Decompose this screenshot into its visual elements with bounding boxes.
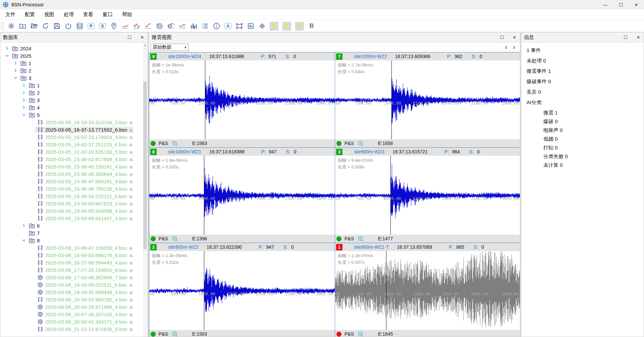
tree-file-item[interactable]: 2025-03-08_19-16-32.899449_4.bsna [0, 288, 148, 296]
chevron-right-icon[interactable] [21, 105, 26, 110]
toolbar-drag-handle[interactable] [1, 22, 3, 31]
menu-item-2[interactable]: 视图 [40, 9, 59, 20]
tree-file-item[interactable]: 2025-03-08_16-27-50.554443_4.bsna [0, 259, 148, 266]
wave-chart-1-button[interactable] [119, 21, 131, 31]
tree-folder-2[interactable]: 2 [0, 89, 148, 96]
waveform-plot[interactable]: 振幅 = 2.3e-07m/s 长度 = 0.507s 00500.001000… [335, 251, 520, 330]
info-close-button[interactable]: ✕ [636, 35, 641, 40]
folder-open-button[interactable] [28, 21, 40, 31]
database-button[interactable] [74, 21, 85, 31]
info-maximize-button[interactable]: ☐ [623, 35, 628, 40]
tree-folder-7[interactable]: 7 [0, 229, 148, 237]
tree-file-item[interactable]: 2025-03-05_18-42-37.251125_4.bsna [0, 141, 148, 148]
axis-toggle-y[interactable]: Y [282, 22, 291, 31]
wave-detect-button[interactable] [165, 21, 176, 31]
tree-file-item[interactable]: 2025-03-05_23-38-47.563281_4.bsna [0, 178, 148, 185]
tree-folder-3[interactable]: 3 [0, 74, 148, 82]
waveform-plot[interactable]: 振幅 = 1e-06m/s 长度 = 0.523s 00500.001000.0… [149, 60, 335, 139]
tree-folder-2025[interactable]: 2025 [0, 52, 148, 59]
crosshair-button[interactable] [256, 21, 268, 31]
waveform-plot[interactable]: 振幅 = 9.4e-07m/s 长度 = 0.508s 00500.001000… [335, 156, 520, 235]
refresh-button[interactable] [40, 21, 51, 31]
database-close-button[interactable]: ✕ [140, 35, 145, 40]
chevron-right-icon[interactable] [13, 68, 18, 73]
settings-button[interactable] [5, 21, 17, 31]
chevron-right-icon[interactable] [21, 97, 26, 103]
menu-item-6[interactable]: 帮助 [117, 9, 137, 20]
histogram-button[interactable] [188, 21, 199, 31]
waveform-plot[interactable]: 振幅 = 1.8e-06m/s 长度 = 0.500s 00500.001000… [149, 156, 335, 235]
info-button[interactable] [211, 21, 222, 31]
tree-scrollbar-thumb[interactable] [143, 82, 147, 249]
prev-event-button[interactable]: ‹ [505, 44, 507, 51]
tree-folder-1[interactable]: 1 [0, 82, 148, 89]
power-button[interactable] [62, 21, 74, 31]
tree-file-item[interactable]: 2025-03-05_16-16-33.313156_5.bsna [0, 118, 148, 126]
zoom-in-icon[interactable] [358, 140, 364, 147]
text-annotation-button[interactable]: A [222, 21, 233, 31]
chevron-down-icon[interactable] [13, 75, 18, 81]
s-phase-button[interactable]: S [97, 21, 108, 31]
tree-file-item[interactable]: 2025-03-08_20-50-42.343171_4.bsna [0, 318, 148, 325]
trigger-target-button[interactable] [154, 21, 165, 31]
tree-file-item[interactable]: 2025-03-08_20-43-25.971485_4.bsna [0, 303, 148, 310]
tree-file-item[interactable]: 2025-03-05_22-32-20.635150_5.bsna [0, 148, 148, 155]
tree-folder-8[interactable]: 8 [0, 237, 148, 244]
tree-file-item[interactable]: 2025-03-08_14-58-03.686176_6.bsna [0, 251, 148, 259]
view-maximize-button[interactable]: ☐ [499, 35, 504, 40]
tree-file-item[interactable]: 2025-03-08_17-27-25.154910_6.bsna [0, 266, 148, 274]
tree-file-item[interactable]: 2025-03-08_20-47-49.207103_4.bsna [0, 310, 148, 318]
data-type-select[interactable]: 原始数据 ▼ [151, 44, 189, 51]
tree-folder-5[interactable]: 5 [0, 111, 148, 118]
tree-file-item[interactable]: 2025-03-08_10-49-47.116058_4.bsna [0, 244, 148, 251]
tree-folder-1[interactable]: 1 [0, 59, 148, 67]
tree-folder-6[interactable]: 6 [0, 222, 148, 229]
menu-item-5[interactable]: 窗口 [98, 9, 117, 20]
menu-item-3[interactable]: 处理 [59, 9, 78, 20]
tree-file-item[interactable]: 2025-03-05_23-38-45.150241_4.bsna [0, 163, 148, 170]
waveform-plot[interactable]: 振幅 = 1.3e-06m/s 长度 = 0.510s 00500.001000… [149, 251, 335, 330]
tree-file-item[interactable]: 2025-03-05_23-38-42.617808_4.bsna [0, 155, 148, 163]
tree-file-item[interactable]: 2025-03-08_18-16-05.022511_6.bsna [0, 281, 148, 288]
menu-item-0[interactable]: 文件 [1, 9, 20, 20]
tree-file-item[interactable]: 2025-03-05_16-52-23.179923_4.bsna [0, 133, 148, 141]
axis-toggle-x[interactable]: X [270, 22, 278, 31]
next-event-button[interactable]: › [513, 44, 515, 51]
chevron-down-icon[interactable] [4, 53, 10, 58]
tree-file-item[interactable]: 2025-03-05_23-38-48.795230_4.bsna [0, 185, 148, 192]
p-phase-button[interactable]: P [85, 21, 97, 31]
view-close-button[interactable]: ✕ [512, 35, 517, 40]
zoom-in-icon[interactable] [172, 236, 178, 242]
chevron-right-icon[interactable] [13, 60, 18, 66]
menu-item-1[interactable]: 配置 [20, 9, 40, 20]
tree-file-item[interactable]: 2025-03-05_23-59-49.541437_4.bsna [0, 214, 148, 222]
waveform-plot[interactable]: 振幅 = 2.7e-06m/s 长度 = 0.544s 00500.001000… [335, 60, 520, 139]
tree-file-item[interactable]: 2025-03-05_23-39-05.843588_4.bsna [0, 207, 148, 214]
maximize-button[interactable]: ☐ [613, 0, 629, 9]
close-button[interactable]: ✕ [629, 0, 644, 9]
tree-file-item[interactable]: 2025-03-05_23-38-46.355844_4.bsna [0, 170, 148, 178]
zoom-in-icon[interactable] [358, 236, 364, 242]
tree-file-item[interactable]: 2025-03-08_21-10-21.671835_6.bsna [0, 325, 148, 333]
location-button[interactable] [108, 21, 119, 31]
chevron-right-icon[interactable] [4, 46, 10, 51]
tree-file-item[interactable]: 2025-03-05_16-37-13.771552_6.bsnp [0, 126, 148, 133]
zoom-in-icon[interactable] [172, 140, 178, 147]
chevron-right-icon[interactable] [21, 223, 26, 228]
tree-file-item[interactable]: 2025-03-05_23-38-54.225112_4.bsna [0, 192, 148, 200]
minimize-button[interactable]: — [598, 0, 613, 9]
tree-folder-3[interactable]: 3 [0, 96, 148, 104]
wave-chart-3-button[interactable] [142, 21, 154, 31]
chevron-right-icon[interactable] [21, 90, 26, 95]
tree-folder-2[interactable]: 2 [0, 67, 148, 74]
tree-folder-4[interactable]: 4 [0, 104, 148, 111]
zoom-in-icon[interactable] [358, 331, 364, 337]
fit-view-button[interactable] [233, 21, 245, 31]
tree-file-item[interactable]: 2025-03-08_17-33-48.362848_7.bsna [0, 274, 148, 281]
report-button[interactable] [245, 21, 256, 31]
bold-toggle-button[interactable]: B [307, 22, 316, 31]
zoom-in-icon[interactable] [172, 331, 178, 337]
database-maximize-button[interactable]: ☐ [127, 35, 132, 40]
tree-folder-2024[interactable]: 2024 [0, 45, 148, 52]
tree-file-item[interactable]: 2025-03-08_20-39-52.565782_4.bsna [0, 296, 148, 303]
